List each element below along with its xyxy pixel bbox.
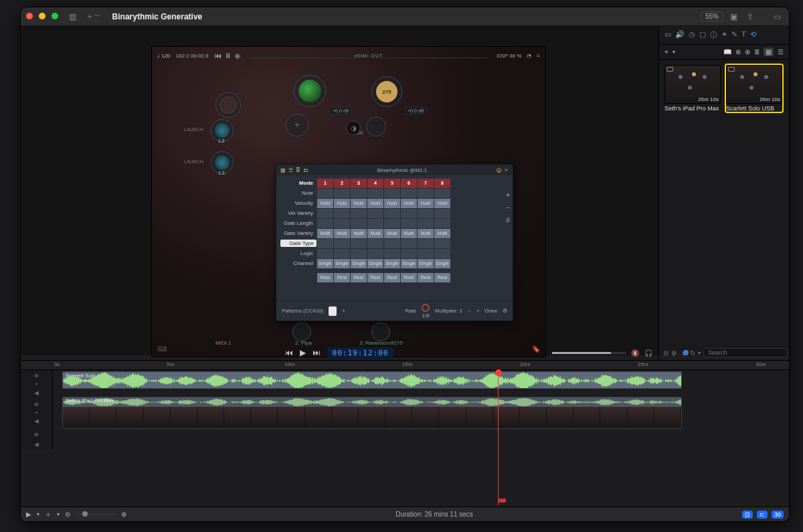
- sidebar-toggle-icon[interactable]: ▥: [66, 12, 79, 21]
- midi-panel-header: ▦ ☰ ≣ 🗀 Binarhythmic @M1:1 ⏻ ✕: [276, 165, 513, 175]
- sp-monitor-icon[interactable]: ▢: [699, 30, 706, 40]
- timeline-zoom-slider[interactable]: [76, 513, 116, 515]
- sp-globe2-icon[interactable]: ⊕: [745, 48, 750, 56]
- close-button[interactable]: [26, 13, 33, 19]
- headphones-icon[interactable]: 🎧: [644, 349, 652, 357]
- sp-info-icon[interactable]: ⓘ: [710, 30, 717, 40]
- mute-speaker-icon[interactable]: 🔇: [631, 349, 639, 357]
- loop-region-marker[interactable]: [498, 499, 506, 503]
- main-area: ♩ 120 182:2 06:02.8 ⏮ ⏸ ◉ HDMI OUT DSP 3…: [21, 26, 789, 355]
- crop-icon[interactable]: ▣: [727, 12, 740, 21]
- sp-layers-icon[interactable]: ▭: [664, 30, 671, 40]
- mp-power-icon[interactable]: ⏻: [496, 167, 501, 173]
- add-media-icon[interactable]: ＋﹀: [83, 11, 104, 22]
- zoom-out-icon[interactable]: ⊖: [663, 349, 668, 357]
- search-input[interactable]: [703, 348, 788, 357]
- step-2[interactable]: 2: [334, 179, 350, 188]
- sp-clock-icon[interactable]: ◷: [689, 30, 695, 40]
- sp-list-icon[interactable]: ≣: [754, 48, 760, 56]
- mute-toggle-3[interactable]: ◀: [34, 441, 39, 448]
- lock-toggle-1[interactable]: •: [35, 381, 37, 387]
- step-8[interactable]: 8: [434, 179, 450, 188]
- video-clip-1[interactable]: Seth's iPad Pro Max: [62, 397, 682, 429]
- side-sharp[interactable]: #: [506, 217, 510, 224]
- pattern-slot-1[interactable]: [329, 306, 337, 316]
- fullscreen-button[interactable]: [52, 13, 58, 19]
- vis-toggle-1[interactable]: 👁: [33, 373, 39, 379]
- thumb-scarlett[interactable]: 26m 10s Scarlett Solo USB: [726, 65, 782, 112]
- minimize-button[interactable]: [39, 13, 46, 19]
- atom-icon-2: [215, 155, 230, 170]
- chip-cc-icon[interactable]: ⊡: [742, 511, 753, 519]
- zoom-in-icon[interactable]: ⊕: [671, 349, 677, 357]
- out-node-2[interactable]: [292, 323, 311, 341]
- sidepanel-add-button[interactable]: +: [664, 48, 668, 56]
- zoom-menu[interactable]: 55%: [701, 11, 723, 21]
- side-plus[interactable]: +: [506, 191, 510, 199]
- sp-mask-icon[interactable]: ✎: [731, 30, 737, 40]
- mute-toggle-2[interactable]: ◀: [34, 418, 39, 424]
- add-tool[interactable]: ＋: [45, 510, 52, 519]
- step-6[interactable]: 6: [401, 179, 417, 188]
- rate-knob[interactable]: [422, 304, 430, 312]
- sp-view-list-icon[interactable]: ☰: [778, 48, 784, 56]
- ipad-pause-icon[interactable]: ⏸: [224, 52, 232, 60]
- share-icon[interactable]: ⇪: [744, 12, 756, 21]
- vis-toggle-2[interactable]: 👁: [33, 402, 39, 408]
- pattern-add[interactable]: +: [342, 308, 345, 314]
- ipad-tuner-icon[interactable]: ◔: [527, 53, 531, 59]
- settings-gear-icon[interactable]: ⚙: [503, 308, 507, 314]
- snap-icon[interactable]: ⊂: [757, 511, 768, 519]
- gain-1[interactable]: +0.0 dB: [330, 107, 351, 114]
- time-ruler[interactable]: 0s 5m 10m 15m 20m 25m 30m: [21, 361, 789, 370]
- lock-toggle-2[interactable]: •: [35, 410, 37, 416]
- step-7[interactable]: 7: [418, 179, 434, 188]
- mp-tab-1-icon[interactable]: ▦: [280, 167, 286, 173]
- fps-badge[interactable]: 30: [772, 511, 784, 519]
- step-4[interactable]: 4: [367, 179, 383, 188]
- sp-link-icon[interactable]: ⚭: [721, 30, 727, 40]
- sp-view-grid-icon[interactable]: ▦: [764, 48, 774, 56]
- sp-audio-icon[interactable]: 🔊: [675, 30, 685, 40]
- play-button[interactable]: ▶: [300, 348, 306, 357]
- midi-footer: Patterns (CC#10) + Rate 1/8 Multiplier: …: [276, 300, 513, 321]
- pointer-tool[interactable]: ▶: [26, 511, 31, 518]
- mute-toggle-1[interactable]: ◀: [21, 390, 53, 395]
- midi-panel-close-icon[interactable]: ✕: [504, 167, 509, 173]
- channel-2-label: 1:3: [218, 171, 225, 175]
- ipad-rec-icon[interactable]: ◉: [234, 52, 241, 60]
- sp-book-icon[interactable]: 📖: [723, 48, 731, 56]
- mult-minus[interactable]: −: [468, 308, 471, 314]
- mp-tab-4-icon[interactable]: 🗀: [303, 167, 308, 173]
- tl-zoom-in-icon[interactable]: ⊕: [121, 511, 126, 518]
- gain-2[interactable]: +0.0 dB: [405, 107, 426, 114]
- channel-1-label: 1:2: [218, 139, 225, 143]
- ipad-menu-icon[interactable]: ≡: [537, 53, 540, 59]
- moon-icon[interactable]: ◑: [346, 120, 361, 135]
- vis-toggle-3[interactable]: 👁: [33, 432, 39, 438]
- tl-zoom-out-icon[interactable]: ⊖: [65, 511, 70, 518]
- sp-the-icon[interactable]: ⟲: [750, 30, 756, 40]
- mult-plus[interactable]: +: [476, 308, 480, 314]
- ipad-prev-icon[interactable]: ⏮: [214, 52, 221, 60]
- side-minus[interactable]: −: [506, 204, 510, 211]
- mp-tab-3-icon[interactable]: ≣: [296, 167, 300, 173]
- step-5[interactable]: 5: [384, 179, 400, 188]
- add-node-1[interactable]: +: [286, 114, 308, 137]
- out-node-3[interactable]: [371, 323, 390, 341]
- sp-text-icon[interactable]: T: [741, 30, 746, 40]
- audio-clip-1[interactable]: Scarlett Solo USB: [62, 371, 682, 389]
- step-1[interactable]: 1: [317, 179, 333, 188]
- thumb-ipad[interactable]: 26m 10s Seth's iPad Pro Max: [664, 65, 721, 112]
- loop-icon[interactable]: ↻: [690, 349, 695, 357]
- panels-toggle-icon[interactable]: ▭: [771, 12, 784, 21]
- sidepanel-search-row: ⊖ ⊕ ⊕ ↻ ▾: [658, 345, 789, 360]
- skip-fwd-button[interactable]: ⏭: [313, 348, 321, 357]
- pad-node[interactable]: [366, 116, 386, 137]
- timecode-display[interactable]: 00:19:12:00: [327, 347, 394, 359]
- mp-tab-2-icon[interactable]: ☰: [288, 167, 293, 173]
- sp-globe-icon[interactable]: ⊕: [735, 48, 741, 56]
- step-3[interactable]: 3: [351, 179, 367, 188]
- skip-back-button[interactable]: ⏮: [285, 348, 293, 357]
- draw-label[interactable]: Draw: [484, 308, 497, 314]
